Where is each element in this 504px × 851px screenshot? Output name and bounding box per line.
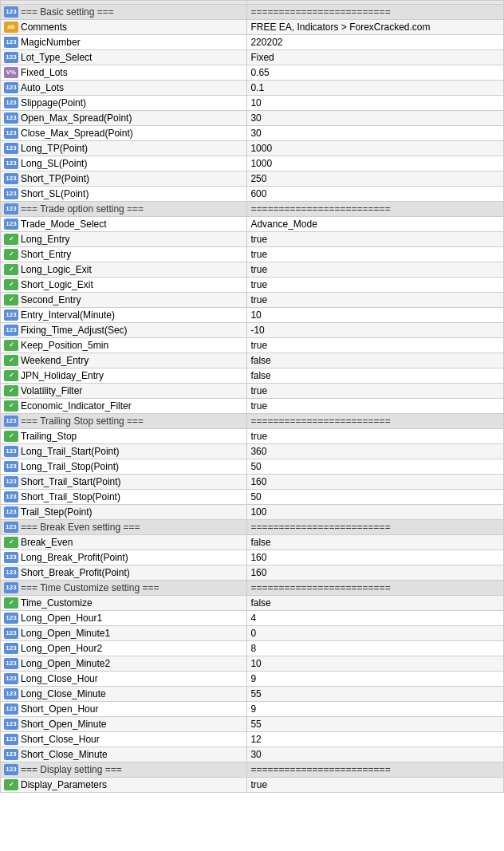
table-row: 123Fixing_Time_Adjust(Sec)-10 [1, 323, 504, 338]
value-cell: 0 [247, 626, 504, 641]
table-row: ✓Economic_Indicator_Filtertrue [1, 399, 504, 414]
type-icon: 123 [4, 522, 18, 533]
type-icon: 123 [4, 491, 18, 502]
variable-cell: ✓JPN_Holiday_Entry [1, 368, 247, 384]
type-icon: 123 [4, 128, 18, 139]
value-cell: Fixed [247, 50, 504, 65]
table-row: ✓JPN_Holiday_Entryfalse [1, 368, 504, 384]
variable-name: Long_Logic_Exit [21, 264, 92, 275]
variable-name: Short_Open_Hour [21, 703, 98, 715]
table-row: 123Long_Open_Hour28 [1, 641, 504, 656]
variable-cell: ✓Short_Entry [1, 247, 247, 262]
table-row: 123Short_Trail_Start(Point)160 [1, 475, 504, 490]
type-icon: ✓ [4, 249, 18, 260]
variable-cell: 123Long_SL(Point) [1, 156, 247, 171]
type-icon: 123 [4, 506, 18, 518]
type-icon: V% [4, 67, 18, 78]
variable-name: Short_Close_Hour [21, 734, 100, 745]
type-icon: 123 [4, 188, 18, 199]
type-icon: 123 [4, 6, 18, 18]
type-icon: 123 [4, 582, 18, 593]
variable-name: Short_Close_Minute [21, 749, 108, 760]
type-icon: ✓ [4, 355, 18, 366]
variable-name: === Trade option setting === [21, 203, 144, 215]
value-cell: 100 [247, 505, 504, 520]
variable-name: Second_Entry [21, 294, 81, 305]
type-icon: 123 [4, 613, 18, 624]
table-row: 123=== Time Customize setting ==========… [1, 581, 504, 596]
variable-cell: 123=== Trailing Stop setting === [1, 414, 247, 429]
type-icon: 123 [4, 112, 18, 124]
type-icon: 123 [4, 52, 18, 63]
table-row: 123Long_Trail_Start(Point)360 [1, 444, 504, 459]
table-row: 123=== Break Even setting ==============… [1, 520, 504, 535]
variable-name: Time_Customize [21, 597, 93, 609]
type-icon: 123 [4, 658, 18, 669]
value-cell: Advance_Mode [247, 217, 504, 232]
variable-cell: 123Short_Open_Minute [1, 717, 247, 732]
table-row: ✓Trailing_Stoptrue [1, 429, 504, 444]
table-row: V%Fixed_Lots0.65 [1, 65, 504, 81]
type-icon: 123 [4, 567, 18, 578]
variable-name: Open_Max_Spread(Point) [21, 112, 132, 124]
type-icon: ✓ [4, 779, 18, 790]
variable-name: Comments [21, 22, 67, 33]
table-row: 123Slippage(Point)10 [1, 96, 504, 111]
variable-name: MagicNumber [21, 37, 81, 48]
type-icon: 123 [4, 764, 18, 775]
type-icon: 123 [4, 37, 18, 48]
variable-cell: ✓Keep_Position_5min [1, 338, 247, 353]
variable-name: Volatility_Filter [21, 385, 82, 396]
value-cell: 10 [247, 656, 504, 672]
variable-cell: 123=== Display setting === [1, 762, 247, 778]
variable-name: === Display setting === [21, 764, 122, 775]
variable-name: Trail_Step(Point) [21, 506, 93, 518]
variable-cell: 123Long_TP(Point) [1, 141, 247, 156]
type-icon: ✓ [4, 294, 18, 305]
variable-name: Display_Parameters [21, 779, 107, 790]
value-cell: ========================= [247, 414, 504, 429]
variable-cell: 123Long_Close_Minute [1, 687, 247, 702]
variable-cell: 123Lot_Type_Select [1, 50, 247, 65]
variable-cell: 123Long_Close_Hour [1, 672, 247, 687]
table-row: 123Long_SL(Point)1000 [1, 156, 504, 171]
value-cell: 1000 [247, 156, 504, 171]
value-cell: true [247, 247, 504, 262]
variable-name: Short_Open_Minute [21, 719, 106, 730]
variable-name: Long_Trail_Start(Point) [21, 446, 120, 457]
value-cell: 50 [247, 490, 504, 505]
table-row: 123Short_TP(Point)250 [1, 171, 504, 187]
table-row: 123Short_SL(Point)600 [1, 187, 504, 202]
value-cell: 0.65 [247, 65, 504, 81]
variable-name: JPN_Holiday_Entry [21, 370, 104, 381]
type-icon: 123 [4, 719, 18, 730]
type-icon: 123 [4, 749, 18, 760]
variable-name: Long_Close_Hour [21, 673, 98, 684]
variable-cell: 123=== Trade option setting === [1, 202, 247, 217]
variable-cell: ✓Economic_Indicator_Filter [1, 399, 247, 414]
type-icon: 123 [4, 643, 18, 654]
variable-cell: 123=== Basic setting === [1, 5, 247, 20]
type-icon: 123 [4, 628, 18, 639]
variable-name: Long_Close_Minute [21, 688, 106, 699]
variable-name: Short_SL(Point) [21, 188, 89, 199]
table-row: ✓Long_Logic_Exittrue [1, 262, 504, 278]
variable-cell: 123Short_Trail_Stop(Point) [1, 490, 247, 505]
table-row: 123=== Trade option setting ============… [1, 202, 504, 217]
type-icon: ab [4, 22, 18, 33]
value-cell: 30 [247, 126, 504, 141]
variable-cell: 123Short_Open_Hour [1, 702, 247, 717]
variable-name: Short_Trail_Start(Point) [21, 476, 121, 487]
value-cell: 160 [247, 475, 504, 490]
type-icon: 123 [4, 703, 18, 715]
value-cell: 8 [247, 641, 504, 656]
variable-cell: 123Long_Break_Profit(Point) [1, 550, 247, 565]
table-row: 123Short_Close_Minute30 [1, 747, 504, 762]
type-icon: 123 [4, 688, 18, 699]
value-cell: FREE EA, Indicators > ForexCracked.com [247, 20, 504, 35]
value-cell: true [247, 384, 504, 399]
type-icon: 123 [4, 416, 18, 427]
type-icon: ✓ [4, 340, 18, 351]
type-icon: 123 [4, 309, 18, 321]
variable-cell: ✓Weekend_Entry [1, 353, 247, 368]
